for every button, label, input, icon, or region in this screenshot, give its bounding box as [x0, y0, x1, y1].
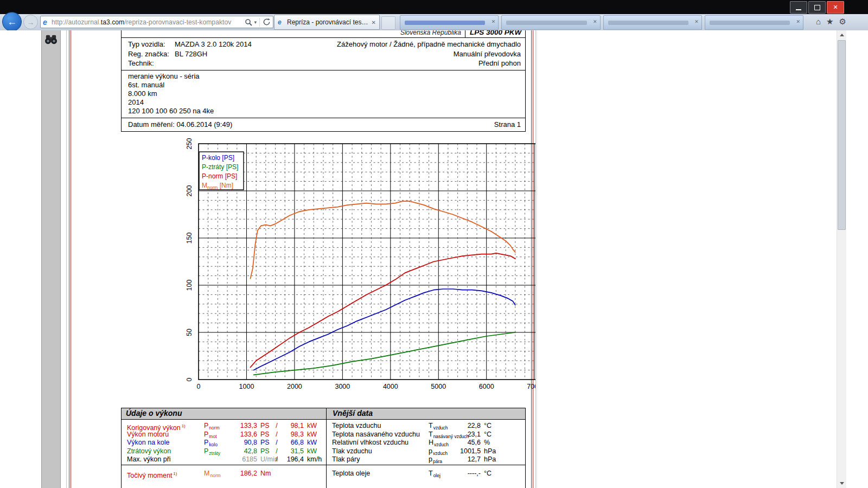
row-unit-2: kW: [306, 439, 324, 447]
window-controls: ✕: [789, 1, 844, 14]
row-symbol: ppára: [429, 455, 460, 464]
row-slash: [273, 470, 280, 480]
note-line: 8.000 km: [128, 89, 521, 98]
svg-text:3000: 3000: [335, 383, 350, 390]
row-label: Ztrátový výkon: [127, 447, 204, 456]
row-label: Točivý moment1): [127, 470, 204, 480]
svg-text:5000: 5000: [431, 383, 446, 390]
svg-text:100: 100: [186, 280, 193, 291]
forward-button[interactable]: →: [23, 15, 38, 29]
row-value-1: 42,8: [237, 447, 259, 456]
new-tab-button[interactable]: [381, 16, 395, 30]
search-icon[interactable]: [245, 18, 252, 26]
down-triangle-icon: [840, 482, 844, 485]
ambient-row: Tlak páryppára12,7hPa: [332, 455, 523, 464]
row-value-2: [280, 470, 306, 480]
maximize-button[interactable]: [808, 1, 826, 14]
performance-row: Ztrátový výkonPztráty42,8PS/31,5kW: [127, 447, 324, 456]
technik-label: Technik:: [128, 59, 175, 68]
tab-close-icon[interactable]: ✕: [796, 19, 800, 24]
tab-title-placeholder: [405, 21, 485, 25]
measurement-date: Datum měření: 04.06.2014 (9:49): [128, 120, 232, 129]
reg-znacka-value: BL 728GH: [175, 50, 207, 58]
binoculars-icon[interactable]: [44, 33, 58, 45]
tab-close-icon[interactable]: ✕: [492, 19, 496, 24]
row-value-2: 98,3: [280, 431, 306, 439]
address-bar[interactable]: e http://autozurnal.ta3.com/repriza-poro…: [40, 16, 273, 28]
background-tab[interactable]: ✕: [400, 15, 499, 30]
note-line: 6st. manuál: [128, 81, 521, 89]
home-icon[interactable]: ⌂: [816, 17, 821, 27]
performance-title: Údaje o výkonu: [122, 408, 326, 419]
ambient-title: Vnější data: [326, 408, 525, 419]
row-label: Teplota nasávaného vzduchu: [332, 431, 429, 439]
row-label: Tlak vzduchu: [332, 447, 429, 456]
row-value: 12,7: [460, 455, 483, 464]
tab-close-icon[interactable]: ✕: [372, 20, 376, 25]
svg-text:200: 200: [186, 185, 193, 197]
url-text[interactable]: http://autozurnal.ta3.com/repriza-porovn…: [52, 18, 245, 26]
row-label: Teplota oleje: [332, 470, 429, 478]
performance-table: Korigovaný výkon1)Pnorm133,3PS/98,1kWVýk…: [127, 422, 324, 478]
row-value: 45,6: [460, 439, 483, 447]
report-header: Slovenská Republika LPS 3000 PKW Typ voz…: [121, 30, 526, 132]
row-value-2: 196,4: [280, 455, 306, 464]
minimize-button[interactable]: [790, 1, 807, 14]
maximize-icon: [814, 5, 820, 10]
row-label: Výkon na kole: [127, 439, 204, 447]
row-symbol-sub: norm: [210, 473, 220, 478]
measurement-notes: meranie výkonu - séria6st. manuál8.000 k…: [122, 70, 525, 118]
favorites-star-icon[interactable]: ★: [826, 17, 833, 27]
row-symbol: [204, 455, 237, 464]
close-button[interactable]: ✕: [827, 1, 844, 14]
vehicle-info-row: Typ vozidla:MAZDA 3 2.0 120k 2014 Reg. z…: [122, 38, 525, 70]
row-unit-1: U/min: [259, 455, 273, 464]
svg-text:P-ztráty [PS]: P-ztráty [PS]: [202, 163, 238, 171]
row-symbol: Pkolo: [204, 439, 237, 447]
background-tab[interactable]: ✕: [603, 15, 702, 30]
ambient-table: Teplota vzduchuTvzduch22,8°CTeplota nasá…: [332, 422, 523, 478]
background-tab[interactable]: ✕: [705, 15, 803, 30]
svg-text:P-kolo [PS]: P-kolo [PS]: [202, 154, 234, 162]
tab-close-icon[interactable]: ✕: [593, 19, 597, 24]
report-page: Slovenská Republika LPS 3000 PKW Typ voz…: [66, 30, 536, 488]
ie-favicon-icon: e: [43, 18, 52, 27]
scroll-up-arrow[interactable]: [837, 30, 846, 40]
settings-gear-icon[interactable]: ⚙: [839, 17, 846, 27]
row-label: Výkon motoru: [127, 431, 204, 439]
ambient-row: Teplota vzduchuTvzduch22,8°C: [332, 422, 523, 431]
row-value: ----,-: [460, 470, 483, 478]
active-tab[interactable]: e Repríza - porovnávací test k... ✕: [274, 15, 380, 30]
row-symbol: Tnasávaný vzduch: [429, 431, 460, 439]
back-button[interactable]: ←: [2, 12, 22, 31]
row-symbol-sub: vzduch: [434, 442, 449, 447]
close-icon: ✕: [833, 4, 838, 10]
note-line: meranie výkonu - séria: [128, 72, 521, 81]
vertical-scrollbar[interactable]: [837, 30, 846, 488]
row-value-1: 133,6: [237, 431, 259, 439]
typ-vozidla-value: MAZDA 3 2.0 120k 2014: [175, 40, 252, 48]
row-slash: /: [273, 455, 280, 464]
scrollbar-thumb[interactable]: [838, 40, 846, 230]
row-unit: °C: [483, 431, 505, 439]
tab-close-icon[interactable]: ✕: [694, 19, 699, 24]
row-label: Teplota vzduchu: [332, 422, 429, 431]
search-dropdown-icon[interactable]: ▾: [254, 20, 257, 25]
row-value-2: 31,5: [280, 447, 306, 456]
background-tab[interactable]: ✕: [501, 15, 600, 30]
results-tables: Údaje o výkonu Vnější data Korigovaný vý…: [121, 408, 526, 488]
svg-text:0: 0: [186, 377, 193, 381]
svg-text:Mnorm [Nm]: Mnorm [Nm]: [202, 182, 233, 190]
refresh-icon[interactable]: [263, 18, 271, 26]
device-label: LPS 3000 PKW: [465, 30, 525, 37]
dyno-chart: 0100020003000400050006000700000505010010…: [175, 130, 536, 404]
row-symbol-sub: vzduch: [433, 425, 448, 431]
tab-title-placeholder: [608, 21, 688, 25]
tab-title: Repríza - porovnávací test k...: [287, 18, 369, 26]
row-unit: hPa: [483, 447, 505, 456]
svg-text:50: 50: [186, 329, 193, 336]
forward-icon: →: [27, 18, 35, 27]
engine-type: Zážehový motor / Žádné, případně mechani…: [337, 40, 521, 49]
scroll-down-arrow[interactable]: [837, 479, 846, 488]
typ-vozidla-label: Typ vozidla:: [128, 40, 175, 49]
